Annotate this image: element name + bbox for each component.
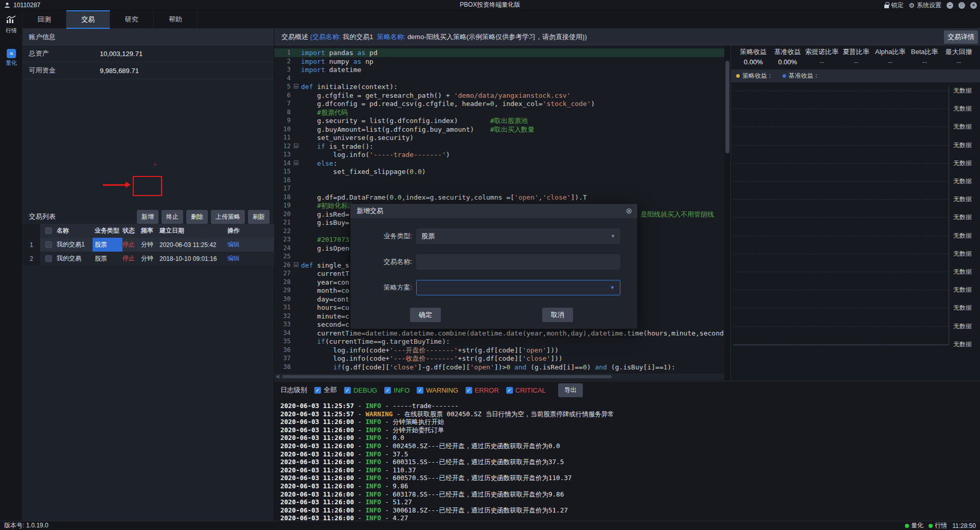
fold-marker-icon[interactable]: − [294,84,298,89]
tab-研究[interactable]: 研究 [110,10,154,29]
code-line-4: 4 [274,74,724,83]
log-level-label: INFO [394,386,409,394]
log-entry: 2020-06-03 11:26:00 - INFO - 37.5 [280,450,980,458]
trade-name-input[interactable] [416,254,620,270]
trade-button-刷新[interactable]: 刷新 [248,210,270,224]
annotation-red-arrow [103,184,126,186]
lock-button[interactable]: 锁定 [884,1,903,10]
fold-marker-icon[interactable]: − [294,262,298,267]
dialog-title: 新增交易 [350,204,637,218]
log-entry: 2020-06-03 11:26:00 - INFO - 002450.SZ--… [280,442,980,450]
fold-column: − [294,159,301,168]
dropdown-business-type[interactable]: 股票▼ [416,228,620,244]
checkbox-checked-icon[interactable]: ✓ [384,387,391,394]
log-entry: 2020-06-03 11:25:57 - WARNING - 在线获取股票 0… [280,410,980,418]
log-level-DEBUG[interactable]: ✓DEBUG [344,385,377,395]
code-line-3: 3import datetime [274,65,724,74]
dropdown-strategy-plan[interactable]: ▼ [416,280,620,295]
log-level-WARNING[interactable]: ✓WARNING [417,385,458,395]
fold-column [294,227,301,236]
code-line-16: 16 [274,176,724,185]
tab-帮助[interactable]: 帮助 [154,10,198,29]
row-index: 2 [23,252,40,266]
log-level-INFO[interactable]: ✓INFO [384,385,409,395]
tab-交易[interactable]: 交易 [66,10,110,29]
fold-marker-icon[interactable]: − [294,144,298,148]
row-checkbox[interactable] [45,241,52,248]
account-row: 总资产10,003,129.71 [23,45,274,62]
code-text: #初始化标志 [301,201,354,210]
cancel-button[interactable]: 取消 [542,308,573,322]
stat-Alpha比率: Alpha比率-- [873,47,907,69]
code-line-6: 6 g.cfgfile = get_research_path() + 'dem… [274,91,724,100]
code-text: currentTime=datetime.datetime.combine(da… [301,329,724,338]
checkbox-checked-icon[interactable]: ✓ [314,387,321,394]
trade-button-上传策略[interactable]: 上传策略 [211,210,245,224]
quant-status: 量化 [905,521,923,530]
close-button[interactable]: × [970,2,977,9]
checkbox-checked-icon[interactable]: ✓ [417,387,423,394]
fold-marker-icon[interactable]: − [294,161,298,165]
line-number: 3 [274,65,294,74]
trade-button-终止[interactable]: 终止 [162,210,183,224]
row-checkbox[interactable] [45,255,52,262]
log-level-label: DEBUG [353,386,377,394]
log-entry: 2020-06-03 11:26:00 - INFO - 600315.SS--… [280,458,980,466]
trade-button-新增[interactable]: 新增 [137,210,158,224]
account-row-value: 10,003,129.71 [100,50,142,58]
log-level-全部[interactable]: ✓全部 [314,385,337,395]
no-data-label: 无数据 [953,177,972,186]
system-settings-button[interactable]: ⚙ 系统设置 [908,1,941,10]
edit-link[interactable]: 编辑 [227,254,258,263]
performance-panel: 策略收益0.00%基准收益0.00%索提诺比率--夏普比率--Alpha比率--… [730,45,980,381]
stat-label: 策略收益 [736,47,771,57]
checkbox-checked-icon[interactable]: ✓ [506,387,513,394]
code-line-12: 12− if is_trade(): [274,142,724,151]
editor-vertical-scrollbar[interactable] [724,45,730,381]
trade-list-toolbar: 交易列表 新增终止删除上传策略刷新 [23,208,274,225]
log-level-label: CRITICAL [515,386,546,394]
rail-item-market[interactable]: 行情 [0,15,23,34]
gridline [733,272,949,272]
code-text: g.isBuy=[ [301,218,353,227]
performance-stats: 策略收益0.00%基准收益0.00%索提诺比率--夏普比率--Alpha比率--… [731,45,980,69]
minimize-button[interactable]: – [947,2,953,9]
fold-column [294,184,301,193]
chart-y-axis [949,86,949,345]
table-row[interactable]: 1我的交易1股票停止分钟2020-06-03 11:25:42编辑 [23,238,274,252]
dialog-close-icon[interactable]: ⊗ [626,206,632,216]
trade-button-删除[interactable]: 删除 [186,210,208,224]
edit-link[interactable]: 编辑 [227,240,258,249]
col-建立日期: 建立日期 [159,226,227,235]
tab-回测[interactable]: 回测 [23,10,66,29]
scrollbar-thumb[interactable] [282,375,612,378]
log-level-ERROR[interactable]: ✓ERROR [466,385,499,395]
trade-detail-button[interactable]: 交易详情 [944,30,978,44]
scrollbar-thumb[interactable] [725,61,729,153]
log-level-CRITICAL[interactable]: ✓CRITICAL [506,385,546,395]
line-number: 21 [274,218,294,227]
header-checkbox[interactable] [45,227,52,234]
fold-column [294,167,301,176]
stat-label: 最大回撤 [941,47,976,57]
tab-bar: 回测交易研究帮助 [23,10,980,29]
checkbox-checked-icon[interactable]: ✓ [344,387,351,394]
rail-item-quant[interactable]: ≈ 量化 [0,49,23,67]
scroll-left-arrow-icon[interactable] [276,375,279,379]
line-number: 5 [274,82,294,91]
line-number: 12 [274,142,294,151]
line-number: 23 [274,235,294,244]
market-status-dot [929,524,933,528]
editor-horizontal-scrollbar[interactable] [274,374,724,380]
code-line-10: 10 g.buyAmount=list(g.dfconfig.buy_amoun… [274,125,724,134]
code-text: else: [301,159,337,168]
col-频率: 频率 [141,226,159,235]
cell-frequency: 分钟 [141,254,159,263]
restore-button[interactable]: □ [958,2,965,9]
export-button[interactable]: 导出 [558,383,583,397]
account-row-label: 可用资金 [23,66,100,75]
overview-segment: 策略名称: [377,33,407,41]
table-row[interactable]: 2我的交易股票停止分钟2018-10-10 09:01:16编辑 [23,252,274,266]
checkbox-checked-icon[interactable]: ✓ [466,387,472,394]
confirm-button[interactable]: 确定 [410,308,441,322]
